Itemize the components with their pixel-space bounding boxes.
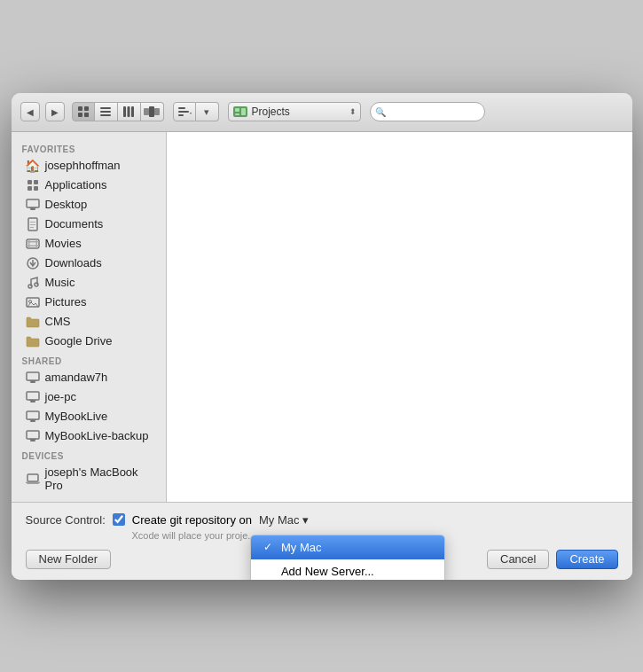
svg-rect-9 — [131, 106, 134, 117]
create-git-text: Create git repository on — [132, 513, 252, 527]
sidebar-item-label: Google Drive — [45, 334, 113, 348]
desktop-icon — [26, 198, 40, 212]
sidebar-item-label: MyBookLive-backup — [45, 429, 149, 442]
laptop-icon — [26, 472, 40, 486]
icon-view-button[interactable] — [72, 102, 95, 121]
coverflow-view-button[interactable] — [141, 102, 164, 121]
sidebar-item-pictures[interactable]: Pictures — [12, 293, 166, 312]
svg-rect-46 — [27, 392, 39, 400]
location-select[interactable]: Projects Documents Desktop Downloads — [228, 102, 361, 121]
monitor-icon3 — [26, 410, 40, 424]
arrange-dropdown-button[interactable]: ▾ — [196, 102, 219, 121]
cancel-button[interactable]: Cancel — [487, 550, 549, 569]
applications-icon — [26, 178, 40, 192]
source-control-row: Source Control: Create git repository on… — [26, 513, 618, 527]
svg-rect-47 — [30, 401, 35, 402]
sidebar-item-label: amandaw7h — [45, 371, 108, 384]
sidebar-item-label: CMS — [45, 315, 71, 328]
sidebar-item-mybooklive-backup[interactable]: MyBookLive-backup — [12, 426, 166, 446]
pictures-icon — [26, 295, 40, 309]
git-checkbox[interactable] — [113, 513, 125, 526]
sidebar-item-music[interactable]: Music — [12, 273, 166, 293]
dropdown-trigger[interactable]: My Mac ▾ — [259, 513, 309, 527]
sidebar-item-label: josephhoffman — [45, 159, 121, 172]
sidebar-item-downloads[interactable]: Downloads — [12, 254, 166, 273]
dropdown-item-label2: Add New Server... — [281, 565, 374, 578]
sidebar-item-josephhoffman[interactable]: 🏠 josephhoffman — [12, 156, 166, 176]
svg-rect-43 — [27, 372, 39, 380]
sidebar-item-macbook[interactable]: joseph's MacBook Pro — [12, 463, 166, 495]
svg-rect-53 — [30, 440, 35, 441]
dropdown-item-label: My Mac — [281, 541, 322, 554]
svg-rect-19 — [241, 108, 246, 115]
sidebar-item-label: MyBookLive — [45, 410, 108, 423]
forward-button[interactable]: ▶ — [45, 102, 65, 121]
svg-rect-24 — [34, 186, 38, 191]
svg-point-39 — [28, 285, 32, 288]
svg-rect-29 — [30, 222, 35, 223]
list-view-button[interactable] — [95, 102, 118, 121]
checkbox-wrapper[interactable] — [113, 513, 125, 526]
svg-rect-31 — [30, 227, 34, 228]
svg-rect-35 — [28, 239, 30, 248]
create-button[interactable]: Create — [556, 550, 617, 569]
folder-cms-icon — [26, 315, 40, 329]
svg-rect-44 — [30, 381, 35, 383]
arrange-button[interactable] — [173, 102, 196, 121]
sidebar-item-cms[interactable]: CMS — [12, 312, 166, 332]
sidebar-item-label: joe-pc — [45, 390, 76, 403]
svg-rect-49 — [27, 411, 39, 419]
sidebar-item-mybooklive[interactable]: MyBookLive — [12, 407, 166, 426]
new-folder-button[interactable]: New Folder — [26, 550, 111, 569]
sidebar-item-movies[interactable]: Movies — [12, 234, 166, 254]
documents-icon — [26, 217, 40, 231]
location-wrapper[interactable]: Projects Documents Desktop Downloads — [228, 102, 361, 121]
sidebar-item-applications[interactable]: Applications — [12, 176, 166, 195]
sidebar-item-documents[interactable]: Documents — [12, 215, 166, 234]
sidebar-item-amandaw7h[interactable]: amandaw7h — [12, 368, 166, 387]
sidebar-item-label: Applications — [45, 178, 107, 191]
column-view-button[interactable] — [118, 102, 141, 121]
dropdown-item-my-mac[interactable]: ✓ My Mac — [251, 535, 444, 559]
favorites-section-label: FAVORITES — [12, 139, 166, 156]
sidebar-item-label: Pictures — [45, 295, 87, 309]
svg-rect-8 — [128, 106, 130, 117]
back-button[interactable]: ◀ — [20, 102, 40, 121]
svg-rect-30 — [30, 224, 35, 225]
dropdown-item-add-server[interactable]: Add New Server... — [251, 559, 444, 580]
svg-rect-12 — [154, 108, 160, 115]
monitor-icon2 — [26, 390, 40, 404]
dropdown-popup: ✓ My Mac Add New Server... — [250, 535, 445, 580]
toolbar: ◀ ▶ — [12, 93, 632, 132]
svg-rect-22 — [34, 180, 38, 184]
svg-marker-16 — [190, 113, 192, 114]
sidebar-item-joepc[interactable]: joe-pc — [12, 387, 166, 407]
svg-rect-26 — [30, 208, 35, 210]
check-icon: ✓ — [263, 541, 276, 553]
svg-rect-48 — [29, 400, 36, 401]
svg-rect-14 — [178, 111, 189, 113]
svg-rect-2 — [78, 113, 82, 117]
downloads-icon — [26, 256, 40, 270]
sidebar-item-desktop[interactable]: Desktop — [12, 195, 166, 215]
source-control-label: Source Control: — [26, 513, 106, 527]
sidebar-item-label: joseph's MacBook Pro — [45, 465, 157, 492]
svg-rect-55 — [27, 474, 38, 481]
view-buttons-group2: ▾ — [173, 102, 219, 121]
dropdown-container[interactable]: My Mac ▾ ✓ My Mac Add New Server... — [259, 513, 309, 527]
svg-rect-13 — [178, 107, 185, 109]
svg-rect-4 — [100, 107, 111, 109]
svg-rect-51 — [29, 419, 36, 420]
view-buttons-group1 — [72, 102, 164, 121]
svg-rect-1 — [84, 106, 89, 111]
svg-rect-11 — [149, 106, 154, 117]
svg-rect-0 — [78, 106, 82, 111]
search-input[interactable] — [370, 102, 485, 121]
svg-rect-18 — [235, 108, 239, 112]
svg-rect-27 — [29, 207, 36, 208]
svg-rect-21 — [27, 180, 32, 184]
sidebar-item-label: Desktop — [45, 198, 88, 211]
sidebar-item-googledrive[interactable]: Google Drive — [12, 332, 166, 351]
sidebar-item-label: Downloads — [45, 256, 102, 270]
search-wrapper[interactable] — [370, 102, 485, 121]
